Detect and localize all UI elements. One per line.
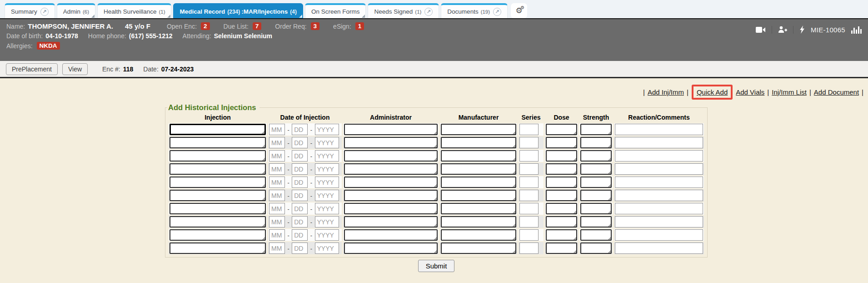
- add-inj-imm-link[interactable]: Add Inj/Imm: [648, 88, 684, 96]
- series-input[interactable]: [519, 190, 539, 201]
- date-day-input[interactable]: [292, 124, 308, 135]
- dose-input[interactable]: [546, 163, 577, 175]
- injection-input[interactable]: [170, 203, 266, 214]
- manufacturer-input[interactable]: [441, 243, 516, 254]
- date-day-input[interactable]: [292, 216, 308, 227]
- reaction-comments-input[interactable]: [615, 163, 703, 175]
- date-month-input[interactable]: [269, 203, 285, 214]
- manufacturer-input[interactable]: [441, 229, 516, 241]
- date-day-input[interactable]: [292, 163, 308, 175]
- injection-input[interactable]: [170, 190, 266, 201]
- date-year-input[interactable]: [315, 124, 339, 135]
- strength-input[interactable]: [580, 150, 612, 162]
- series-input[interactable]: [519, 229, 539, 241]
- reaction-comments-input[interactable]: [615, 150, 703, 162]
- tab-documents[interactable]: Documents (19) ↗: [441, 3, 508, 18]
- dose-input[interactable]: [546, 177, 577, 188]
- manufacturer-input[interactable]: [441, 124, 516, 135]
- tab-summary[interactable]: Summary ↗: [5, 3, 55, 18]
- tab-needs-signed[interactable]: Needs Signed (1) ↗: [368, 3, 439, 18]
- date-month-input[interactable]: [269, 163, 285, 175]
- reaction-comments-input[interactable]: [615, 203, 703, 214]
- date-year-input[interactable]: [315, 163, 339, 175]
- series-input[interactable]: [519, 137, 539, 148]
- video-camera-icon[interactable]: [756, 26, 766, 33]
- tab-health-surveillance[interactable]: Health Surveillance (1): [97, 3, 171, 18]
- manufacturer-input[interactable]: [441, 150, 516, 162]
- injection-input[interactable]: [170, 163, 266, 175]
- allergy-badge[interactable]: NKDA: [37, 42, 60, 50]
- dose-input[interactable]: [546, 243, 577, 254]
- dose-input[interactable]: [546, 124, 577, 135]
- strength-input[interactable]: [580, 124, 612, 135]
- dose-input[interactable]: [546, 203, 577, 214]
- reaction-comments-input[interactable]: [615, 124, 703, 135]
- administrator-input[interactable]: [344, 229, 438, 241]
- reaction-comments-input[interactable]: [615, 216, 703, 227]
- date-month-input[interactable]: [269, 137, 285, 148]
- injection-input[interactable]: [170, 137, 266, 148]
- administrator-input[interactable]: [344, 203, 438, 214]
- lightning-icon[interactable]: [799, 25, 805, 34]
- tab-admin[interactable]: Admin (6): [57, 3, 95, 18]
- date-year-input[interactable]: [315, 150, 339, 162]
- strength-input[interactable]: [580, 137, 612, 148]
- injection-input[interactable]: [170, 150, 266, 162]
- series-input[interactable]: [519, 203, 539, 214]
- date-day-input[interactable]: [292, 203, 308, 214]
- strength-input[interactable]: [580, 216, 612, 227]
- date-year-input[interactable]: [315, 229, 339, 241]
- injection-input[interactable]: [170, 243, 266, 254]
- manufacturer-input[interactable]: [441, 163, 516, 175]
- date-month-input[interactable]: [269, 216, 285, 227]
- date-day-input[interactable]: [292, 229, 308, 241]
- administrator-input[interactable]: [344, 243, 438, 254]
- date-day-input[interactable]: [292, 137, 308, 148]
- dose-input[interactable]: [546, 137, 577, 148]
- strength-input[interactable]: [580, 203, 612, 214]
- date-year-input[interactable]: [315, 177, 339, 188]
- strength-input[interactable]: [580, 163, 612, 175]
- date-month-input[interactable]: [269, 124, 285, 135]
- add-person-icon[interactable]: [778, 26, 787, 33]
- strength-input[interactable]: [580, 190, 612, 201]
- administrator-input[interactable]: [344, 150, 438, 162]
- series-input[interactable]: [519, 124, 539, 135]
- reaction-comments-input[interactable]: [615, 137, 703, 148]
- administrator-input[interactable]: [344, 216, 438, 227]
- dose-input[interactable]: [546, 216, 577, 227]
- order-req-badge[interactable]: 3: [311, 22, 320, 30]
- tab-medical-record[interactable]: Medical Record (234) :MAR/Injections (4): [173, 3, 303, 18]
- preplacement-button[interactable]: PrePlacement: [6, 63, 58, 75]
- view-button[interactable]: View: [62, 63, 88, 75]
- date-day-input[interactable]: [292, 190, 308, 201]
- date-month-input[interactable]: [269, 190, 285, 201]
- add-document-link[interactable]: Add Document: [814, 88, 859, 96]
- administrator-input[interactable]: [344, 137, 438, 148]
- reaction-comments-input[interactable]: [615, 229, 703, 241]
- strength-input[interactable]: [580, 229, 612, 241]
- date-month-input[interactable]: [269, 177, 285, 188]
- dose-input[interactable]: [546, 190, 577, 201]
- administrator-input[interactable]: [344, 163, 438, 175]
- settings-button[interactable]: ⚙ ⚙: [511, 3, 527, 18]
- reaction-comments-input[interactable]: [615, 177, 703, 188]
- quick-add-link[interactable]: Quick Add: [697, 88, 728, 96]
- open-enc-badge[interactable]: 2: [201, 22, 210, 30]
- bar-chart-icon[interactable]: [851, 26, 862, 34]
- external-link-icon[interactable]: ↗: [493, 8, 501, 16]
- injection-input[interactable]: [170, 177, 266, 188]
- injection-input[interactable]: [170, 216, 266, 227]
- dose-input[interactable]: [546, 150, 577, 162]
- manufacturer-input[interactable]: [441, 137, 516, 148]
- manufacturer-input[interactable]: [441, 216, 516, 227]
- series-input[interactable]: [519, 163, 539, 175]
- manufacturer-input[interactable]: [441, 177, 516, 188]
- manufacturer-input[interactable]: [441, 203, 516, 214]
- date-day-input[interactable]: [292, 177, 308, 188]
- series-input[interactable]: [519, 216, 539, 227]
- submit-button[interactable]: Submit: [418, 260, 455, 272]
- date-day-input[interactable]: [292, 243, 308, 254]
- administrator-input[interactable]: [344, 190, 438, 201]
- injection-input[interactable]: [170, 229, 266, 241]
